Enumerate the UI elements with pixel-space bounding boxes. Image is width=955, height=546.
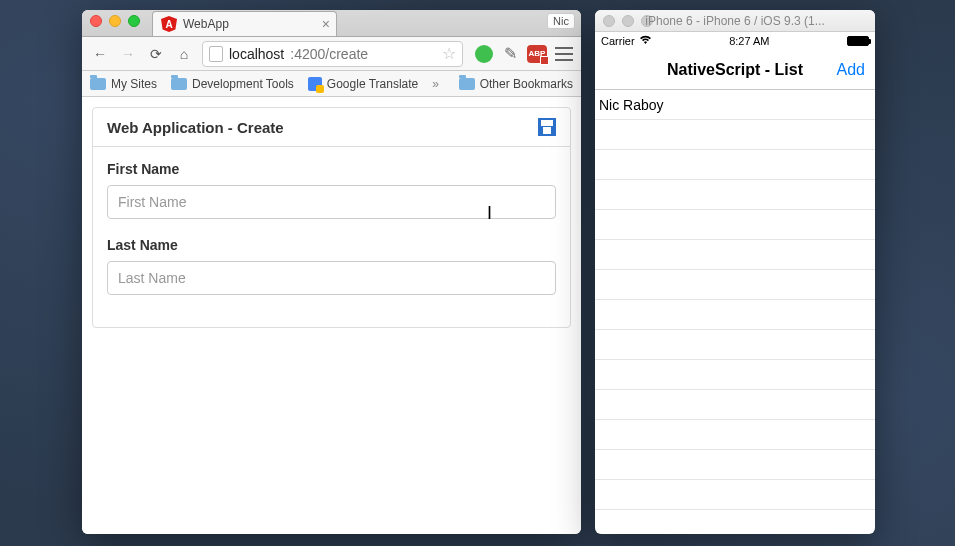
ios-list[interactable]: Nic Raboy <box>595 90 875 534</box>
list-item <box>595 420 875 450</box>
save-button[interactable] <box>538 118 556 136</box>
add-button[interactable]: Add <box>837 61 865 79</box>
folder-icon <box>171 78 187 90</box>
maximize-window-button[interactable] <box>641 15 653 27</box>
bookmark-my-sites[interactable]: My Sites <box>90 77 157 91</box>
browser-window: A WebApp × Nic ← → ⟳ ⌂ localhost:4200/cr… <box>82 10 581 534</box>
url-path: :4200/create <box>290 46 368 62</box>
last-name-input[interactable] <box>107 261 556 295</box>
extension-green-icon[interactable] <box>475 45 493 63</box>
panel-header: Web Application - Create <box>93 108 570 147</box>
page-title: Web Application - Create <box>107 119 284 136</box>
window-controls <box>603 15 653 27</box>
list-item[interactable]: Nic Raboy <box>595 90 875 120</box>
list-item <box>595 480 875 510</box>
bookmark-other[interactable]: Other Bookmarks <box>459 77 573 91</box>
browser-toolbar: ← → ⟳ ⌂ localhost:4200/create ☆ ✎ ABP <box>82 37 581 71</box>
last-name-label: Last Name <box>107 237 556 253</box>
bookmark-star-icon[interactable]: ☆ <box>442 44 456 63</box>
list-item <box>595 360 875 390</box>
folder-icon <box>90 78 106 90</box>
minimize-window-button[interactable] <box>109 15 121 27</box>
list-item <box>595 180 875 210</box>
folder-icon <box>459 78 475 90</box>
angular-icon: A <box>161 16 177 32</box>
list-item <box>595 240 875 270</box>
extension-icons: ✎ ABP <box>471 45 573 63</box>
list-item <box>595 450 875 480</box>
list-item <box>595 270 875 300</box>
nav-title: NativeScript - List <box>667 61 803 79</box>
back-button[interactable]: ← <box>90 44 110 64</box>
carrier-indicator: Carrier <box>601 35 652 47</box>
close-window-button[interactable] <box>90 15 102 27</box>
window-controls <box>90 15 140 27</box>
maximize-window-button[interactable] <box>128 15 140 27</box>
tab-strip: A WebApp × Nic <box>82 10 581 37</box>
list-item <box>595 120 875 150</box>
reload-button[interactable]: ⟳ <box>146 44 166 64</box>
list-item <box>595 510 875 534</box>
wifi-icon <box>639 35 652 47</box>
bookmark-label: My Sites <box>111 77 157 91</box>
tab-title: WebApp <box>183 17 229 31</box>
battery-icon <box>847 36 869 46</box>
address-bar[interactable]: localhost:4200/create ☆ <box>202 41 463 67</box>
list-item <box>595 210 875 240</box>
close-window-button[interactable] <box>603 15 615 27</box>
bookmark-label: Development Tools <box>192 77 294 91</box>
page-content: Web Application - Create First Name Last… <box>82 97 581 534</box>
bookmark-label: Other Bookmarks <box>480 77 573 91</box>
minimize-window-button[interactable] <box>622 15 634 27</box>
color-picker-icon[interactable]: ✎ <box>501 45 519 63</box>
forward-button[interactable]: → <box>118 44 138 64</box>
home-button[interactable]: ⌂ <box>174 44 194 64</box>
tab-close-icon[interactable]: × <box>322 16 330 32</box>
browser-tab[interactable]: A WebApp × <box>152 11 337 36</box>
profile-chip[interactable]: Nic <box>547 13 575 29</box>
bookmarks-bar: My Sites Development Tools Google Transl… <box>82 71 581 97</box>
google-translate-icon <box>308 77 322 91</box>
list-item <box>595 150 875 180</box>
simulator-window: iPhone 6 - iPhone 6 / iOS 9.3 (1... Carr… <box>595 10 875 534</box>
bookmark-dev-tools[interactable]: Development Tools <box>171 77 294 91</box>
menu-button[interactable] <box>555 47 573 61</box>
carrier-label: Carrier <box>601 35 635 47</box>
bookmark-label: Google Translate <box>327 77 418 91</box>
first-name-input[interactable] <box>107 185 556 219</box>
bookmark-google-translate[interactable]: Google Translate <box>308 77 418 91</box>
status-time: 8:27 AM <box>729 35 769 47</box>
simulator-titlebar: iPhone 6 - iPhone 6 / iOS 9.3 (1... <box>595 10 875 32</box>
page-icon <box>209 46 223 62</box>
panel-body: First Name Last Name <box>93 147 570 327</box>
first-name-label: First Name <box>107 161 556 177</box>
ios-status-bar: Carrier 8:27 AM <box>595 32 875 50</box>
list-item <box>595 330 875 360</box>
adblock-icon[interactable]: ABP <box>527 45 547 63</box>
url-host: localhost <box>229 46 284 62</box>
list-item <box>595 300 875 330</box>
bookmark-overflow[interactable]: » <box>432 77 439 91</box>
list-item <box>595 390 875 420</box>
ios-nav-bar: NativeScript - List Add <box>595 50 875 90</box>
create-panel: Web Application - Create First Name Last… <box>92 107 571 328</box>
